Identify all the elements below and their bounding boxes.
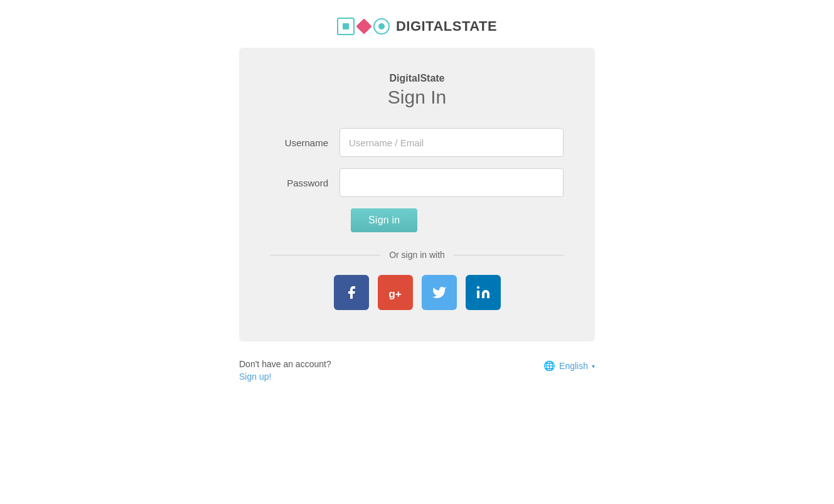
linkedin-icon [476, 285, 491, 300]
header: DIGITALSTATE [0, 0, 834, 48]
facebook-signin-button[interactable] [334, 275, 369, 310]
chevron-down-icon: ▾ [592, 363, 595, 370]
logo-circle-inner [378, 23, 385, 29]
signup-link[interactable]: Sign up! [239, 372, 331, 382]
signin-button[interactable]: Sign in [351, 208, 417, 232]
username-row: Username [270, 128, 564, 157]
logo-square-icon [337, 18, 355, 35]
logo-square-inner [343, 23, 349, 29]
no-account-text: Don't have an account? [239, 359, 331, 369]
username-input[interactable] [339, 128, 564, 157]
password-label: Password [270, 178, 339, 188]
facebook-icon [344, 285, 359, 300]
card-brand: DigitalState [389, 73, 444, 84]
divider-line-right [454, 255, 564, 255]
twitter-signin-button[interactable] [422, 275, 457, 310]
password-row: Password [270, 168, 564, 197]
logo-diamond-shape [356, 18, 372, 34]
svg-text:g+: g+ [388, 287, 402, 300]
signin-button-row: Sign in [270, 208, 564, 232]
card-title: Sign In [388, 87, 446, 108]
logo-text: DIGITALSTATE [396, 18, 497, 35]
divider-row: Or sign in with [270, 250, 564, 260]
google-icon: g+ [387, 284, 404, 301]
linkedin-signin-button[interactable] [466, 275, 501, 310]
footer: Don't have an account? Sign up! 🌐 Englis… [239, 359, 595, 382]
password-input[interactable] [339, 168, 564, 197]
logo-icon [337, 18, 390, 35]
social-row: g+ [270, 275, 564, 310]
login-form: Username Password Sign in [270, 128, 564, 250]
logo: DIGITALSTATE [337, 18, 497, 35]
username-label: Username [270, 137, 339, 148]
divider-text: Or sign in with [380, 250, 454, 260]
login-card: DigitalState Sign In Username Password S… [239, 48, 595, 341]
language-label: English [559, 361, 588, 371]
globe-icon: 🌐 [543, 360, 555, 372]
twitter-icon [432, 285, 447, 300]
footer-left: Don't have an account? Sign up! [239, 359, 331, 382]
language-selector[interactable]: 🌐 English ▾ [543, 360, 595, 372]
divider-line-left [270, 255, 380, 255]
svg-point-2 [477, 286, 479, 289]
logo-circle-icon [373, 18, 390, 35]
logo-diamond-icon [356, 18, 372, 35]
google-signin-button[interactable]: g+ [378, 275, 413, 310]
svg-rect-1 [477, 291, 479, 298]
